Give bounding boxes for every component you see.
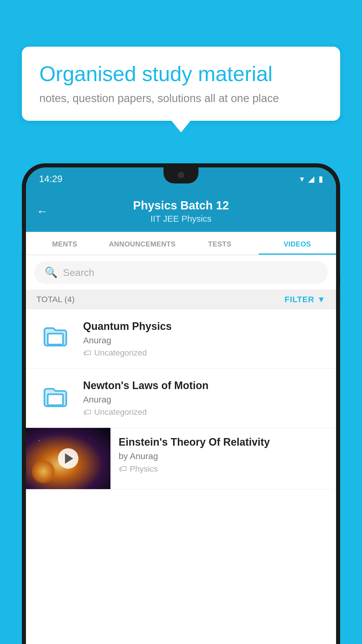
search-bar[interactable]: 🔍 Search (34, 261, 328, 284)
status-bar: 14:29 ▾ ◢ ▮ (26, 167, 336, 190)
phone-power-button (340, 239, 340, 274)
phone-vol-button-2 (340, 286, 340, 321)
search-container: 🔍 Search (26, 255, 336, 290)
folder-icon (42, 324, 68, 354)
item-info-newton: Newton's Laws of Motion Anurag 🏷 Uncateg… (83, 379, 326, 417)
list-item[interactable]: Einstein's Theory Of Relativity by Anura… (26, 428, 336, 489)
phone-inner: 14:29 ▾ ◢ ▮ ← Physics Batch 12 IIT JEE P… (26, 167, 336, 644)
filter-bar: TOTAL (4) FILTER ▼ (26, 290, 336, 309)
search-icon: 🔍 (45, 266, 58, 279)
notch-camera (178, 172, 184, 178)
search-input[interactable]: Search (63, 267, 94, 278)
tag-label: Physics (130, 464, 158, 474)
item-info-einstein: Einstein's Theory Of Relativity by Anura… (110, 428, 336, 482)
item-author: Anurag (83, 395, 326, 405)
item-info-quantum: Quantum Physics Anurag 🏷 Uncategorized (83, 320, 326, 358)
list-item[interactable]: Quantum Physics Anurag 🏷 Uncategorized (26, 309, 336, 369)
svg-rect-0 (48, 334, 63, 345)
folder-icon (42, 384, 68, 412)
tag-label: Uncategorized (94, 348, 147, 358)
notch (164, 167, 198, 183)
status-icons: ▾ ◢ ▮ (300, 174, 323, 184)
tab-ments[interactable]: MENTS (26, 232, 103, 255)
item-author: by Anurag (119, 451, 328, 461)
filter-label: FILTER (284, 295, 314, 304)
phone-vol-button (22, 228, 22, 251)
back-button[interactable]: ← (36, 204, 48, 218)
tab-tests[interactable]: TESTS (181, 232, 259, 255)
wifi-icon: ▾ (300, 174, 304, 184)
filter-button[interactable]: FILTER ▼ (284, 295, 326, 304)
play-triangle (65, 453, 73, 464)
item-tag: 🏷 Uncategorized (83, 348, 326, 358)
filter-icon: ▼ (317, 295, 326, 304)
item-title: Quantum Physics (83, 320, 326, 332)
status-time: 14:29 (39, 174, 62, 184)
tag-icon: 🏷 (83, 348, 91, 358)
tab-announcements[interactable]: ANNOUNCEMENTS (103, 232, 181, 255)
item-thumbnail-einstein (26, 428, 110, 489)
list-item[interactable]: Newton's Laws of Motion Anurag 🏷 Uncateg… (26, 369, 336, 428)
item-tag: 🏷 Uncategorized (83, 407, 326, 417)
svg-rect-1 (48, 394, 63, 405)
phone-screen: ← Physics Batch 12 IIT JEE Physics MENTS… (26, 190, 336, 644)
header-title: Physics Batch 12 (38, 199, 324, 212)
app-header: ← Physics Batch 12 IIT JEE Physics (26, 190, 336, 232)
tag-label: Uncategorized (94, 407, 147, 417)
item-tag: 🏷 Physics (119, 464, 328, 474)
phone-frame: 14:29 ▾ ◢ ▮ ← Physics Batch 12 IIT JEE P… (22, 163, 340, 644)
item-author: Anurag (83, 335, 326, 345)
battery-icon: ▮ (319, 174, 323, 184)
bubble-subtitle: notes, question papers, solutions all at… (39, 92, 323, 105)
play-button[interactable] (58, 448, 78, 469)
item-thumbnail-quantum (36, 320, 74, 358)
signal-icon: ◢ (308, 174, 314, 184)
tab-videos[interactable]: VIDEOS (259, 232, 336, 255)
item-title: Newton's Laws of Motion (83, 379, 326, 392)
tag-icon: 🏷 (83, 407, 91, 417)
bubble-title: Organised study material (39, 61, 323, 86)
video-list: Quantum Physics Anurag 🏷 Uncategorized (26, 309, 336, 489)
tab-bar: MENTS ANNOUNCEMENTS TESTS VIDEOS (26, 232, 336, 255)
header-subtitle: IIT JEE Physics (38, 214, 324, 224)
speech-bubble: Organised study material notes, question… (22, 47, 340, 121)
tag-icon: 🏷 (119, 464, 127, 474)
total-count: TOTAL (4) (36, 295, 75, 304)
item-thumbnail-newton (36, 379, 74, 417)
item-title: Einstein's Theory Of Relativity (119, 436, 328, 448)
